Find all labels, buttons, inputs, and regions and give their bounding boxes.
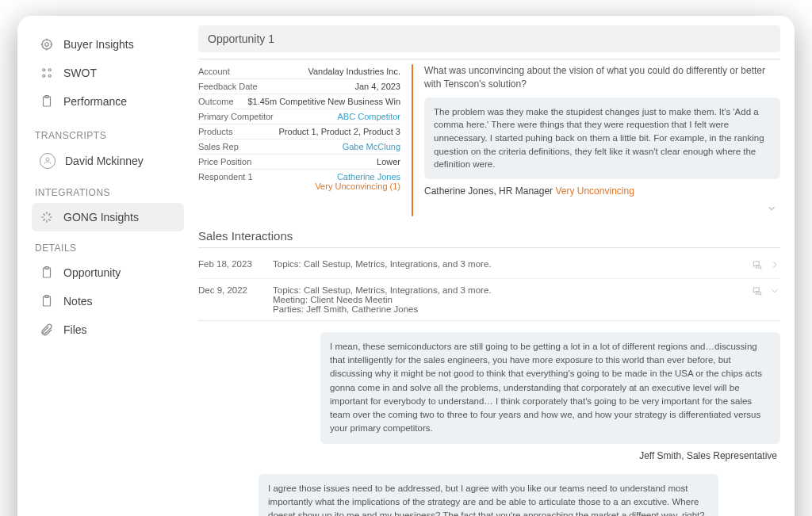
nav-label: GONG Insights	[63, 211, 139, 224]
summary-panel: Account Vandalay Industries Inc. Feedbac…	[198, 59, 780, 216]
nav-label: Opportunity	[63, 266, 121, 279]
message-caption: Jeff Smith, Sales Representative	[198, 449, 777, 463]
interaction-topics: Topics: Call Sestup, Metrics, Integratio…	[273, 259, 734, 269]
interaction-parties: Parties: Jeff Smith, Catherine Jones	[273, 304, 734, 314]
collapse-toggle[interactable]	[424, 203, 777, 216]
nav-performance[interactable]: Performance	[32, 87, 184, 116]
svg-point-8	[43, 75, 45, 77]
field-account: Account Vandalay Industries Inc.	[198, 64, 400, 79]
interaction-date: Feb 18, 2023	[198, 259, 255, 269]
chat-icon[interactable]	[752, 259, 763, 272]
svg-point-7	[48, 69, 51, 71]
field-value: Vandalay Industries Inc.	[308, 67, 400, 76]
nav-swot[interactable]: SWOT	[32, 59, 184, 87]
page-title: Opportunity 1	[198, 25, 780, 52]
vision-attribution: Catherine Jones, HR Manager Very Unconvi…	[424, 185, 780, 197]
field-value: Jan 4, 2023	[355, 82, 401, 91]
transcript-person[interactable]: David Mckinney	[32, 146, 184, 176]
attribution-name: Catherine Jones, HR Manager	[424, 185, 553, 197]
main-content: Opportunity 1 Account Vandalay Industrie…	[192, 16, 795, 516]
field-value-link[interactable]: Catherine Jones	[315, 172, 400, 182]
section-sales-interactions: Sales Interactions	[198, 229, 780, 248]
svg-point-6	[43, 69, 45, 71]
vision-quote: The problem was they make the stupidest …	[424, 97, 780, 179]
chevron-right-icon[interactable]	[769, 259, 780, 272]
section-header-details: DETAILS	[35, 243, 184, 254]
nav-label: SWOT	[63, 67, 97, 79]
message-right: I mean, these semiconductors are still g…	[198, 332, 780, 444]
field-tag: Very Unconvincing (1)	[315, 182, 400, 191]
message-left: I agree those issues need to be addresse…	[259, 474, 780, 516]
nav-files[interactable]: Files	[32, 315, 184, 344]
field-key: Outcome	[198, 97, 234, 106]
field-respondent: Respondent 1 Catherine Jones Very Unconv…	[198, 170, 400, 193]
svg-point-12	[46, 158, 49, 161]
nav-label: Notes	[63, 295, 93, 308]
clipboard-icon	[40, 266, 54, 280]
interaction-details: Topics: Call Sestup, Metrics, Integratio…	[273, 285, 734, 314]
chevron-down-icon[interactable]	[769, 285, 780, 298]
field-outcome: Outcome $1.45m Competitive New Business …	[198, 94, 400, 109]
attribution-tag: Very Unconvincing	[555, 185, 634, 197]
nav-label: Performance	[63, 95, 127, 108]
nav-opportunity[interactable]: Opportunity	[32, 258, 184, 287]
field-price-position: Price Position Lower	[198, 155, 400, 170]
nav-group-top: Buyer Insights SWOT Performance	[32, 30, 184, 116]
nav-label: Files	[63, 323, 87, 336]
field-value: Lower	[377, 157, 400, 166]
field-feedback-date: Feedback Date Jan 4, 2023	[198, 79, 400, 94]
vision-block: What was unconvincing about the vision o…	[424, 64, 780, 216]
field-key: Primary Competitor	[198, 112, 274, 121]
field-key: Products	[198, 127, 232, 136]
chat-icon[interactable]	[752, 285, 763, 298]
opportunity-fields: Account Vandalay Industries Inc. Feedbac…	[198, 64, 400, 216]
field-value-link[interactable]: ABC Competitor	[338, 112, 400, 121]
nav-label: David Mckinney	[65, 155, 144, 167]
svg-point-1	[45, 43, 49, 47]
nav-gong-insights[interactable]: GONG Insights	[32, 203, 184, 231]
svg-point-9	[48, 75, 51, 77]
clipboard-icon	[40, 94, 54, 109]
target-icon	[40, 37, 54, 52]
field-key: Price Position	[198, 157, 251, 166]
section-header-integrations: INTEGRATIONS	[35, 187, 184, 198]
field-value: $1.45m Competitive New Business Win	[247, 97, 400, 106]
nav-notes[interactable]: Notes	[32, 287, 184, 315]
field-key: Account	[198, 67, 230, 76]
interaction-meeting: Meeting: Client Needs Meetin	[273, 295, 734, 304]
field-key: Sales Rep	[198, 142, 239, 151]
svg-point-0	[42, 40, 52, 49]
transcript: I mean, these semiconductors are still g…	[198, 332, 780, 516]
interaction-topics: Topics: Call Sestup, Metrics, Integratio…	[273, 285, 734, 295]
app-frame: Buyer Insights SWOT Performance TRANSCRI…	[17, 16, 795, 516]
field-products: Products Product 1, Product 2, Product 3	[198, 124, 400, 140]
vision-question: What was unconvincing about the vision o…	[424, 64, 780, 91]
nav-label: Buyer Insights	[63, 38, 134, 51]
avatar-icon	[40, 153, 56, 169]
interaction-row[interactable]: Dec 9, 2022 Topics: Call Sestup, Metrics…	[198, 279, 780, 321]
sidebar: Buyer Insights SWOT Performance TRANSCRI…	[17, 16, 192, 516]
attachment-icon	[40, 323, 54, 337]
field-key: Feedback Date	[198, 82, 258, 91]
field-key: Respondent 1	[198, 172, 253, 191]
field-sales-rep: Sales Rep Gabe McClung	[198, 140, 400, 155]
field-value-link[interactable]: Gabe McClung	[343, 142, 400, 151]
interaction-row[interactable]: Feb 18, 2023 Topics: Call Sestup, Metric…	[198, 253, 780, 279]
field-primary-competitor: Primary Competitor ABC Competitor	[198, 109, 400, 124]
grid-dots-icon	[40, 66, 54, 80]
sparkle-icon	[40, 210, 54, 224]
clipboard-icon	[40, 294, 54, 308]
vertical-divider	[412, 64, 413, 216]
message-bubble: I agree those issues need to be addresse…	[259, 474, 718, 516]
message-bubble: I mean, these semiconductors are still g…	[320, 332, 780, 444]
nav-buyer-insights[interactable]: Buyer Insights	[32, 30, 184, 59]
section-header-transcripts: TRANSCRIPTS	[35, 130, 184, 141]
interaction-date: Dec 9, 2022	[198, 285, 255, 295]
field-value: Product 1, Product 2, Product 3	[279, 127, 400, 136]
